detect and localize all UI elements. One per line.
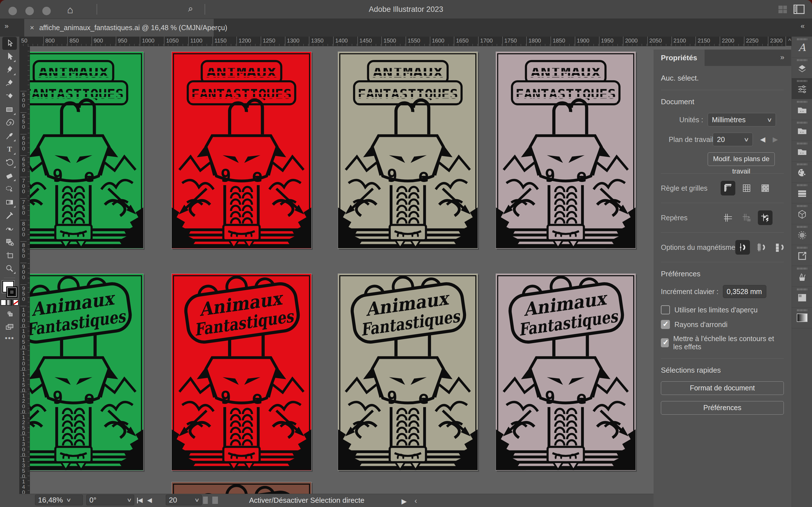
units-label: Unités : <box>661 116 703 124</box>
draw-mode-button[interactable] <box>2 307 17 320</box>
checkbox-label: Mettre à l'échelle les contours et les e… <box>673 335 784 351</box>
checkbox-scale-strokes[interactable] <box>661 338 669 347</box>
artboard[interactable] <box>338 274 478 471</box>
selection-tool[interactable] <box>2 37 17 50</box>
paintbrush-tool[interactable] <box>2 129 17 143</box>
first-artboard-button[interactable]: ◀ <box>137 497 143 504</box>
fill-stroke-control[interactable] <box>2 281 17 298</box>
smart-guides-button[interactable] <box>758 210 772 225</box>
previous-artboard-button[interactable]: ◀ <box>760 135 765 144</box>
gradient-icon[interactable] <box>792 307 812 328</box>
symbols-folder-icon[interactable] <box>792 120 812 141</box>
document-tab[interactable]: ×affiche_animaux_fantastiques.ai @ 16,48… <box>24 19 214 37</box>
panel-dock: A <box>792 37 812 507</box>
stroke-icon[interactable] <box>792 182 812 203</box>
snap-to-pixel-button[interactable] <box>772 240 787 255</box>
zoom-tool[interactable] <box>2 262 17 275</box>
show-grid-button[interactable] <box>739 181 754 195</box>
artboard[interactable] <box>30 274 144 471</box>
artboard[interactable] <box>338 52 478 249</box>
artboard[interactable] <box>171 274 312 471</box>
status-arrow-icon[interactable]: ▶ <box>402 497 407 505</box>
tab-properties[interactable]: Propriétés <box>654 50 705 66</box>
document-setup-button[interactable]: Format de document <box>661 381 784 395</box>
3d-icon[interactable] <box>792 203 812 224</box>
ruler-label: 1950 <box>599 37 623 46</box>
collapse-panels-chevron[interactable]: « <box>801 22 805 31</box>
next-artboard-button[interactable]: ▶ <box>772 135 777 144</box>
search-icon[interactable]: ⌕ <box>188 3 193 14</box>
libraries-folder-icon[interactable] <box>792 99 812 120</box>
ruler-label: 1350 <box>309 37 333 46</box>
brushes-icon[interactable] <box>792 266 812 287</box>
ruler-label: 500 <box>20 91 27 112</box>
eraser-tool[interactable] <box>2 169 17 182</box>
eyedropper-tool[interactable] <box>2 209 17 222</box>
dispersion-icon[interactable] <box>792 224 812 245</box>
rotation-select[interactable]: 0°∨ <box>86 495 134 505</box>
panel-layout-icon[interactable] <box>794 4 805 14</box>
shape-builder-tool[interactable] <box>2 235 17 248</box>
screen-mode-button[interactable] <box>2 321 17 334</box>
checkbox-preview-bounds[interactable] <box>661 305 670 314</box>
ruler-label: 1250 <box>261 37 285 46</box>
vertical-ruler[interactable]: 5005506006507007508008509009501000105011… <box>19 46 30 500</box>
status-action-label[interactable]: Activer/Désactiver Sélection directe <box>216 495 397 505</box>
color-icon[interactable] <box>792 162 812 182</box>
export-icon[interactable] <box>792 245 812 266</box>
show-rulers-button[interactable] <box>721 181 735 195</box>
lasso-tool[interactable] <box>2 182 17 195</box>
artboard[interactable] <box>171 52 312 249</box>
snap-to-grid-button[interactable] <box>754 240 769 255</box>
close-tab-icon[interactable]: × <box>30 23 34 32</box>
zoom-level-select[interactable]: 16,48%∨ <box>35 495 83 505</box>
canvas[interactable] <box>30 46 654 500</box>
direct-selection-tool[interactable] <box>2 50 17 63</box>
shaper-tool[interactable] <box>2 90 17 103</box>
previous-artboard-button[interactable]: ◀ <box>147 497 152 504</box>
lock-guides-button[interactable] <box>739 210 754 225</box>
units-select[interactable]: Millimètres ∨ <box>708 113 776 126</box>
artboard[interactable] <box>496 52 636 249</box>
show-transparency-grid-button[interactable] <box>758 181 772 195</box>
ruler-label: 1500 <box>382 37 406 46</box>
none-button[interactable] <box>13 299 18 305</box>
edit-artboards-button[interactable]: Modif. les plans de travail <box>708 152 775 166</box>
divider <box>661 203 784 203</box>
keyboard-increment-field[interactable]: 0,3528 mm <box>723 285 766 298</box>
spiral-tool[interactable] <box>2 116 17 129</box>
artboard-number-select[interactable]: 20∨ <box>166 495 202 505</box>
width-tool[interactable] <box>2 222 17 235</box>
curvature-tool[interactable] <box>2 76 17 90</box>
color-button[interactable] <box>1 299 6 305</box>
artboard-label: Plan de travail : <box>661 135 717 144</box>
artboard-tool[interactable] <box>2 249 17 262</box>
workspace-icon[interactable] <box>778 5 788 14</box>
document-tab-label: affiche_animaux_fantastiques.ai @ 16,48 … <box>39 24 227 32</box>
pen-tool[interactable] <box>2 63 17 76</box>
stroke-swatch[interactable] <box>6 286 17 298</box>
gradient-tool[interactable] <box>2 196 17 209</box>
properties-icon[interactable] <box>792 78 812 99</box>
show-guides-button[interactable] <box>721 210 735 225</box>
horizontal-ruler[interactable]: 5080085090095010001050110011501200125013… <box>19 37 785 46</box>
preferences-button[interactable]: Préférences <box>661 401 784 414</box>
next-artboard-button[interactable]: ▶ <box>203 497 208 504</box>
checkbox-corner-radius[interactable] <box>661 320 670 329</box>
artboard-select[interactable]: 20 ∨ <box>713 133 753 146</box>
rotate-tool[interactable] <box>2 156 17 169</box>
more-tools-button[interactable]: ••• <box>0 334 19 342</box>
rectangle-tool[interactable] <box>2 103 17 116</box>
snap-to-point-button[interactable] <box>735 240 750 255</box>
graphic-styles-folder-icon[interactable] <box>792 141 812 162</box>
artboard[interactable] <box>30 52 144 249</box>
collapse-tools-chevron[interactable]: » <box>4 22 8 31</box>
panel-menu-icon[interactable]: » <box>780 53 784 62</box>
type-tool[interactable]: T <box>2 143 17 156</box>
layers-icon[interactable] <box>792 57 812 78</box>
status-angle-icon: ‹ <box>414 496 417 505</box>
artboard[interactable] <box>496 274 636 471</box>
artboards-icon[interactable] <box>792 287 812 307</box>
character-panel-icon[interactable]: A <box>792 37 812 57</box>
gradient-button[interactable] <box>7 299 12 305</box>
